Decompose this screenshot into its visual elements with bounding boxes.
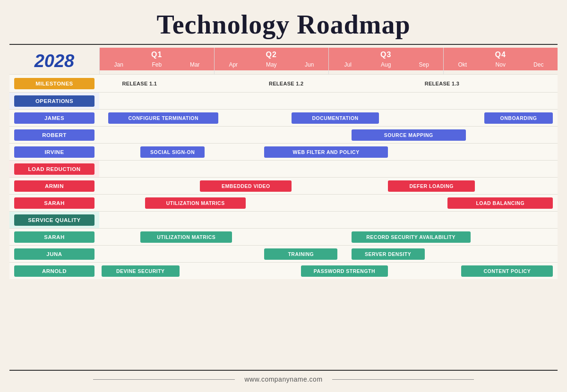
content-policy-bar: CONTENT POLICY	[461, 265, 553, 277]
milestones-timeline: RELEASE 1.1 RELEASE 1.2 RELEASE 1.3	[99, 75, 558, 92]
service-quality-label: SERVICE QUALITY	[14, 214, 94, 226]
year-label: 2028	[34, 51, 75, 71]
q4-month-okt: Okt	[444, 61, 482, 68]
footer-line-right	[332, 379, 474, 380]
release-13-bar: RELEASE 1.3	[425, 81, 460, 86]
load-reduction-timeline	[99, 161, 558, 177]
sarah2-label: SARAH	[14, 231, 94, 243]
juna-timeline: TRAINING SERVER DENSITY	[99, 246, 558, 262]
page-wrapper: Technology Roadmap 2028 Q1 Jan Feb Mar	[0, 0, 567, 392]
load-reduction-label: LOAD REDUCTION	[14, 163, 94, 175]
juna-label: JUNA	[14, 248, 94, 260]
year-cell: 2028	[9, 48, 99, 74]
q1-month-mar: Mar	[176, 61, 214, 68]
quarter-q4: Q4 Okt Nov Dec	[443, 48, 558, 74]
utilization-matrics2-bar: UTILIZATION MATRICS	[140, 231, 232, 243]
quarter-q1: Q1 Jan Feb Mar	[99, 48, 214, 74]
juna-row: JUNA TRAINING SERVER DENSITY	[9, 245, 558, 262]
q1-months: Jan Feb Mar	[100, 60, 214, 70]
robert-label: ROBERT	[14, 129, 94, 141]
operations-timeline	[99, 93, 558, 109]
page-title: Technology Roadmap	[9, 5, 558, 42]
footer-url: www.companyname.com	[244, 375, 322, 383]
james-timeline: CONFIGURE TERMINATION DOCUMENTATION ONBO…	[99, 110, 558, 126]
sarah2-label-cell: SARAH	[9, 229, 99, 245]
q2-label: Q2	[215, 48, 329, 60]
q2-month-may: May	[252, 61, 291, 68]
quarter-q2: Q2 Apr May Jun	[214, 48, 329, 74]
operations-label: OPERATIONS	[14, 95, 94, 107]
top-divider	[9, 44, 558, 45]
bottom-divider	[9, 370, 558, 371]
q4-months: Okt Nov Dec	[444, 60, 558, 70]
defer-loading-bar: DEFER LOADING	[388, 180, 475, 192]
sarah1-label: SARAH	[14, 197, 94, 209]
arnold-label-cell: ARNOLD	[9, 263, 99, 279]
q2-month-apr: Apr	[215, 61, 253, 68]
q4-month-nov: Nov	[481, 61, 520, 68]
irvine-row: IRVINE SOCIAL SIGN-ON WEB FILTER AND POL…	[9, 143, 558, 160]
irvine-label-cell: IRVINE	[9, 144, 99, 160]
onboarding-bar: ONBOARDING	[484, 112, 553, 124]
header-row: 2028 Q1 Jan Feb Mar Q2 Apr M	[9, 48, 558, 74]
milestones-section-row: MILESTONES RELEASE 1.1 RELEASE 1.2 RELEA…	[9, 74, 558, 92]
juna-label-cell: JUNA	[9, 246, 99, 262]
quarters-header: Q1 Jan Feb Mar Q2 Apr May Jun	[99, 48, 558, 74]
robert-row: ROBERT SOURCE MAPPING	[9, 126, 558, 143]
service-quality-label-cell: SERVICE QUALITY	[9, 212, 99, 228]
roadmap-container: 2028 Q1 Jan Feb Mar Q2 Apr M	[9, 48, 558, 369]
james-label: JAMES	[14, 112, 94, 124]
social-sign-on-bar: SOCIAL SIGN-ON	[140, 146, 205, 158]
robert-timeline: SOURCE MAPPING	[99, 127, 558, 143]
q2-months: Apr May Jun	[215, 60, 329, 70]
q1-month-feb: Feb	[138, 61, 176, 68]
training-bar: TRAINING	[264, 248, 337, 260]
operations-label-cell: OPERATIONS	[9, 93, 99, 109]
source-mapping-bar: SOURCE MAPPING	[352, 129, 466, 141]
q3-month-sep: Sep	[405, 61, 443, 68]
milestones-label: MILESTONES	[14, 78, 94, 89]
load-reduction-section-row: LOAD REDUCTION	[9, 160, 558, 177]
devine-security-bar: DEVINE SECURITY	[102, 265, 180, 277]
q4-label: Q4	[444, 48, 558, 60]
password-strength-bar: PASSWORD STRENGTH	[301, 265, 388, 277]
release-11-bar: RELEASE 1.1	[122, 81, 157, 86]
arnold-label: ARNOLD	[14, 265, 94, 277]
q3-months: Jul Aug Sep	[329, 60, 443, 70]
q1-label: Q1	[100, 48, 214, 60]
footer-line-left	[93, 379, 235, 380]
load-balancing-bar: LOAD BALANCING	[447, 197, 553, 209]
armin-row: ARMIN EMBEDDED VIDEO DEFER LOADING	[9, 177, 558, 194]
q2-month-jun: Jun	[291, 61, 329, 68]
arnold-timeline: DEVINE SECURITY PASSWORD STRENGTH CONTEN…	[99, 263, 558, 279]
q1-month-jan: Jan	[100, 61, 138, 68]
documentation-bar: DOCUMENTATION	[292, 112, 378, 124]
operations-section-row: OPERATIONS	[9, 92, 558, 109]
james-row: JAMES CONFIGURE TERMINATION DOCUMENTATIO…	[9, 109, 558, 126]
armin-label: ARMIN	[14, 180, 94, 192]
service-quality-timeline	[99, 212, 558, 228]
configure-termination-bar: CONFIGURE TERMINATION	[108, 112, 218, 124]
web-filter-bar: WEB FILTER AND POLICY	[264, 146, 388, 158]
record-security-bar: RECORD SECURITY AVAILABILITY	[352, 231, 471, 243]
release-12-bar: RELEASE 1.2	[269, 81, 304, 86]
sarah2-row: SARAH UTILIZATION MATRICS RECORD SECURIT…	[9, 228, 558, 245]
milestones-label-cell: MILESTONES	[9, 75, 99, 92]
robert-label-cell: ROBERT	[9, 127, 99, 143]
sarah1-timeline: UTILIZATION MATRICS LOAD BALANCING	[99, 195, 558, 211]
sarah1-label-cell: SARAH	[9, 195, 99, 211]
armin-timeline: EMBEDDED VIDEO DEFER LOADING	[99, 178, 558, 194]
utilization-matrics1-bar: UTILIZATION MATRICS	[145, 197, 246, 209]
q3-month-aug: Aug	[367, 61, 405, 68]
sarah2-timeline: UTILIZATION MATRICS RECORD SECURITY AVAI…	[99, 229, 558, 245]
service-quality-section-row: SERVICE QUALITY	[9, 211, 558, 228]
armin-label-cell: ARMIN	[9, 178, 99, 194]
arnold-row: ARNOLD DEVINE SECURITY PASSWORD STRENGTH…	[9, 262, 558, 279]
footer: www.companyname.com	[9, 372, 558, 385]
q3-month-jul: Jul	[329, 61, 367, 68]
q3-label: Q3	[329, 48, 443, 60]
irvine-label: IRVINE	[14, 146, 94, 158]
server-density-bar: SERVER DENSITY	[352, 248, 425, 260]
q4-month-dec: Dec	[520, 61, 558, 68]
embedded-video-bar: EMBEDDED VIDEO	[200, 180, 292, 192]
